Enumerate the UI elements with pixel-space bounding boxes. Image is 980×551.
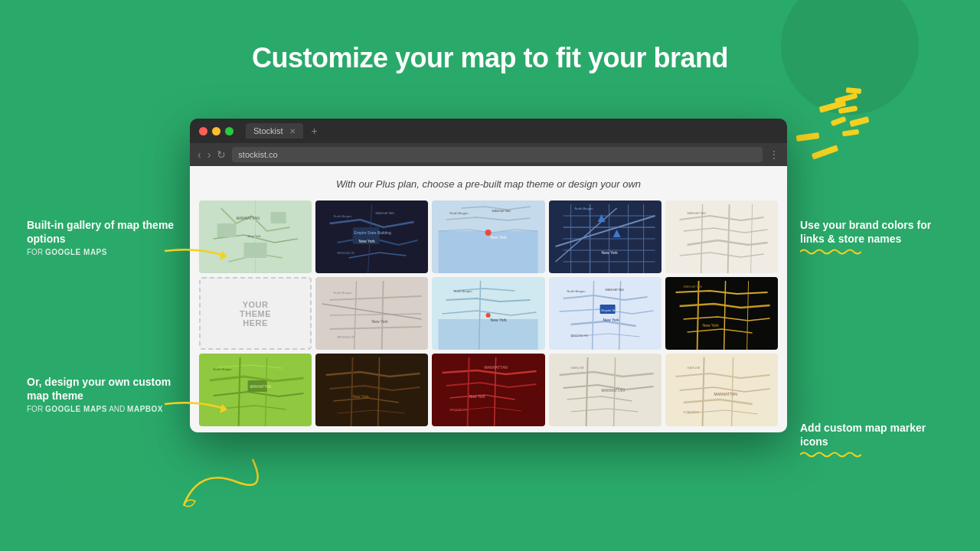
nav-refresh-icon[interactable]: ↻	[217, 148, 226, 161]
new-tab-icon[interactable]: +	[312, 125, 318, 137]
deco-swirl	[176, 452, 276, 513]
svg-text:North Bergen: North Bergen	[454, 289, 472, 293]
browser-tab[interactable]: Stockist ✕	[246, 123, 303, 139]
address-bar[interactable]: stockist.co	[232, 147, 763, 162]
svg-text:New York: New York	[353, 394, 370, 399]
svg-rect-66	[831, 116, 847, 126]
map-thumb-1[interactable]: MANHATTAN New York	[199, 201, 312, 273]
svg-text:MANHATTAN: MANHATTAN	[714, 392, 737, 396]
svg-text:New York: New York	[603, 318, 619, 322]
svg-text:New York: New York	[372, 319, 389, 324]
svg-text:North Bergen: North Bergen	[334, 291, 352, 295]
window-close-dot[interactable]	[199, 127, 207, 135]
map-thumb-3[interactable]: New York North Bergen MANHATTAN	[432, 201, 544, 273]
placeholder-line1: YOUR	[243, 300, 269, 309]
svg-text:New York: New York	[248, 234, 261, 238]
svg-rect-64	[835, 93, 858, 104]
browser-content: With our Plus plan, choose a pre-built m…	[190, 166, 787, 432]
svg-text:North Bergen: North Bergen	[334, 214, 352, 218]
nav-menu-icon[interactable]: ⋮	[769, 148, 779, 161]
svg-text:MANHATTAN: MANHATTAN	[601, 388, 625, 393]
annotation-gallery-sub: FOR GOOGLE MAPS	[27, 247, 180, 258]
map-thumb-5[interactable]: MANHATTAN	[665, 201, 778, 273]
map-thumb-12[interactable]: New York	[315, 354, 428, 426]
map-thumb-14[interactable]: HARLEM MANHATTAN	[549, 354, 662, 426]
annotation-gallery-title: Built-in gallery of map theme options	[27, 218, 180, 246]
window-maximize-dot[interactable]	[225, 127, 234, 135]
svg-text:Empire State: Empire State	[601, 308, 619, 312]
svg-text:HOBOKEN: HOBOKEN	[683, 410, 698, 414]
svg-rect-49	[322, 354, 422, 426]
svg-text:New York: New York	[702, 323, 719, 328]
svg-text:BROOKLYN: BROOKLYN	[338, 335, 354, 339]
svg-text:MANHATTAN: MANHATTAN	[605, 288, 623, 292]
svg-rect-2	[244, 243, 267, 258]
for-label-2: FOR	[27, 405, 43, 413]
annotation-markers-title: Add custom map marker icons	[800, 421, 953, 448]
map-thumb-placeholder[interactable]: YOUR THEME HERE	[199, 277, 312, 350]
browser-window: Stockist ✕ + ‹ › ↻ stockist.co ⋮ With ou…	[190, 119, 787, 432]
map-thumb-2[interactable]: Empire State Building New York North Ber…	[315, 201, 428, 273]
map-thumb-13[interactable]: MANHATTAN New York BROOKLYN	[432, 354, 544, 426]
svg-text:HARLEM: HARLEM	[687, 366, 700, 370]
svg-text:MANHATTAN: MANHATTAN	[237, 216, 260, 220]
browser-chrome: Stockist ✕ +	[190, 119, 787, 143]
svg-text:New York: New York	[601, 250, 618, 255]
annotation-brand-colors: Use your brand colors for links & store …	[800, 218, 953, 256]
svg-text:New York: New York	[491, 318, 508, 322]
svg-text:Empire State Building: Empire State Building	[354, 230, 391, 235]
annotation-gallery: Built-in gallery of map theme options FO…	[27, 218, 180, 258]
content-subtitle: With our Plus plan, choose a pre-built m…	[199, 178, 778, 190]
for-label-1: FOR	[27, 248, 43, 256]
annotation-markers: Add custom map marker icons	[800, 421, 953, 458]
map-thumb-10[interactable]: New York MANHATTAN	[665, 277, 778, 350]
svg-text:New York: New York	[469, 394, 486, 399]
tab-title: Stockist	[253, 126, 283, 135]
placeholder-line3: HERE	[243, 318, 268, 328]
svg-text:HARLEM: HARLEM	[570, 366, 583, 370]
google-maps-label-1: GOOGLE MAPS	[45, 248, 107, 256]
svg-text:BROOKLYN: BROOKLYN	[450, 408, 467, 412]
placeholder-line2: THEME	[240, 309, 271, 318]
wavy-decoration-1	[800, 248, 861, 256]
svg-text:MANHATTAN: MANHATTAN	[376, 211, 394, 215]
window-minimize-dot[interactable]	[212, 127, 220, 135]
map-thumb-8[interactable]: New York North Bergen	[432, 277, 544, 350]
nav-back-icon[interactable]: ‹	[198, 148, 201, 161]
svg-text:MANHATTAN: MANHATTAN	[492, 209, 511, 213]
svg-text:New York: New York	[491, 235, 508, 240]
nav-forward-icon[interactable]: ›	[207, 148, 211, 161]
svg-rect-14	[439, 231, 538, 273]
tab-close-icon[interactable]: ✕	[289, 127, 296, 135]
svg-text:North Bergen: North Bergen	[214, 367, 232, 371]
google-maps-label-2: GOOGLE MAPS	[45, 405, 107, 413]
annotation-custom-sub: FOR GOOGLE MAPS AND MAPBOX	[27, 404, 180, 415]
deco-dashes	[804, 92, 865, 153]
map-thumb-11[interactable]: MANHATTAN North Bergen	[199, 354, 312, 426]
page-title: Customize your map to fit your brand	[0, 0, 980, 74]
svg-rect-1	[217, 223, 237, 237]
map-thumb-15[interactable]: HARLEM MANHATTAN HOBOKEN	[665, 354, 778, 426]
svg-text:MANHATTAN: MANHATTAN	[687, 211, 705, 215]
map-thumb-4[interactable]: North Bergen New York	[549, 201, 662, 273]
annotation-custom-theme: Or, design your own custom map theme FOR…	[27, 375, 180, 415]
svg-text:North Bergen: North Bergen	[574, 207, 593, 210]
map-thumb-7[interactable]: North Bergen New York BROOKLYN	[315, 277, 428, 350]
svg-rect-67	[842, 129, 860, 136]
url-text: stockist.co	[238, 150, 277, 159]
svg-text:MANHATTAN: MANHATTAN	[485, 365, 508, 370]
map-theme-grid: MANHATTAN New York Empire State Building…	[199, 201, 778, 426]
svg-rect-31	[439, 319, 538, 350]
wavy-decoration-2	[800, 451, 861, 458]
svg-text:North Bergen: North Bergen	[450, 211, 469, 215]
svg-rect-65	[838, 106, 858, 114]
svg-text:BROOKLYN: BROOKLYN	[338, 251, 354, 255]
and-label: AND	[109, 405, 127, 413]
browser-nav: ‹ › ↻ stockist.co ⋮	[190, 143, 787, 166]
annotation-brand-title: Use your brand colors for links & store …	[800, 218, 953, 246]
svg-text:MANHATTAN: MANHATTAN	[250, 385, 271, 389]
annotation-custom-title: Or, design your own custom map theme	[27, 375, 180, 403]
map-thumb-9[interactable]: Empire State New York North Bergen MANHA…	[549, 277, 662, 350]
svg-text:MANHATTAN: MANHATTAN	[683, 285, 701, 289]
svg-text:BROOKLYN: BROOKLYN	[570, 334, 587, 337]
